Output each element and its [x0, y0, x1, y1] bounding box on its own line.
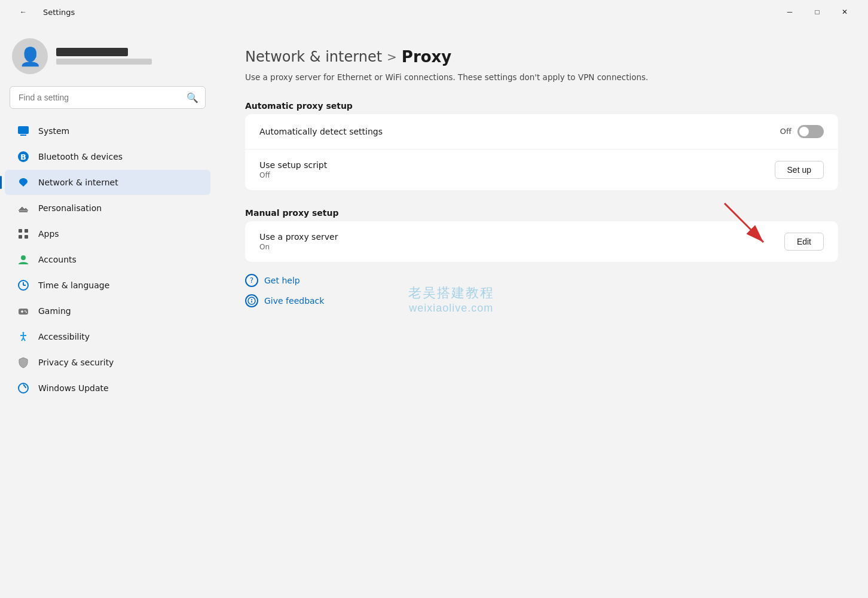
sidebar-item-label-system: System — [38, 126, 69, 136]
automatic-proxy-card: Automatically detect settings Off Use se… — [245, 114, 838, 190]
get-help-link[interactable]: ? Get help — [245, 274, 838, 287]
sidebar-item-bluetooth[interactable]: B Bluetooth & devices — [5, 144, 210, 169]
update-icon — [17, 382, 30, 395]
svg-point-18 — [23, 332, 25, 334]
svg-point-25 — [251, 299, 252, 300]
breadcrumb-parent[interactable]: Network & internet — [245, 48, 382, 65]
search-box: 🔍 — [10, 86, 206, 109]
give-feedback-label: Give feedback — [264, 296, 324, 306]
user-info — [56, 48, 152, 65]
sidebar-item-label-bluetooth: Bluetooth & devices — [38, 152, 123, 161]
sidebar-item-time[interactable]: Time & language — [5, 273, 210, 298]
svg-point-9 — [21, 255, 26, 260]
apps-icon — [17, 227, 30, 240]
minimize-button[interactable]: ─ — [776, 2, 803, 22]
sidebar-item-label-accessibility: Accessibility — [38, 332, 90, 341]
sidebar-item-gaming[interactable]: Gaming — [5, 298, 210, 324]
get-help-icon: ? — [245, 274, 258, 287]
app-title: Settings — [43, 8, 75, 17]
sidebar-item-label-apps: Apps — [38, 229, 59, 239]
svg-rect-6 — [25, 229, 28, 233]
titlebar: ← Settings ─ □ ✕ — [0, 0, 868, 24]
manual-proxy-title: Manual proxy setup — [245, 208, 838, 218]
svg-rect-0 — [18, 126, 29, 134]
use-proxy-row: Use a proxy server On Edit — [245, 221, 838, 262]
user-profile[interactable]: 👤 — [0, 33, 215, 86]
privacy-icon — [17, 356, 30, 369]
setup-button[interactable]: Set up — [775, 161, 824, 179]
setup-script-name: Use setup script — [259, 160, 775, 170]
sidebar-item-accounts[interactable]: Accounts — [5, 247, 210, 272]
search-icon: 🔍 — [187, 92, 198, 103]
sidebar-item-label-personalisation: Personalisation — [38, 203, 102, 213]
get-help-label: Get help — [264, 276, 300, 285]
toggle-thumb — [799, 127, 809, 136]
breadcrumb-separator: > — [387, 50, 397, 64]
use-proxy-value: On — [259, 243, 784, 251]
network-icon — [17, 176, 30, 189]
edit-button[interactable]: Edit — [784, 233, 824, 251]
setup-script-value: Off — [259, 171, 775, 179]
sidebar: 👤 🔍 System B Bluetoo — [0, 24, 215, 598]
give-feedback-icon — [245, 294, 258, 307]
auto-detect-row: Automatically detect settings Off — [245, 114, 838, 150]
sidebar-item-accessibility[interactable]: Accessibility — [5, 324, 210, 349]
gaming-icon — [17, 304, 30, 318]
svg-rect-7 — [19, 235, 22, 239]
use-proxy-name: Use a proxy server — [259, 232, 784, 242]
svg-rect-8 — [25, 235, 28, 239]
svg-rect-1 — [20, 135, 26, 136]
manual-proxy-card: Use a proxy server On Edit — [245, 221, 838, 262]
system-icon — [17, 124, 30, 138]
sidebar-item-update[interactable]: Windows Update — [5, 376, 210, 401]
auto-detect-info: Automatically detect settings — [259, 127, 780, 136]
manual-proxy-section: Manual proxy setup Use a proxy server On… — [245, 208, 838, 262]
page-description: Use a proxy server for Ethernet or WiFi … — [245, 72, 838, 83]
auto-detect-name: Automatically detect settings — [259, 127, 780, 136]
automatic-proxy-section: Automatic proxy setup Automatically dete… — [245, 101, 838, 190]
svg-text:B: B — [20, 152, 26, 161]
bluetooth-icon: B — [17, 150, 30, 163]
use-proxy-info: Use a proxy server On — [259, 232, 784, 251]
app-container: 👤 🔍 System B Bluetoo — [0, 24, 868, 598]
page-title: Proxy — [402, 48, 451, 66]
user-email — [56, 59, 152, 65]
svg-point-17 — [26, 312, 27, 313]
sidebar-item-label-update: Windows Update — [38, 383, 109, 393]
sidebar-item-label-time: Time & language — [38, 280, 109, 290]
sidebar-item-label-gaming: Gaming — [38, 306, 71, 316]
setup-script-info: Use setup script Off — [259, 160, 775, 179]
sidebar-item-privacy[interactable]: Privacy & security — [5, 350, 210, 375]
help-links: ? Get help Give feedback — [245, 274, 838, 307]
close-button[interactable]: ✕ — [831, 2, 858, 22]
setup-script-row: Use setup script Off Set up — [245, 150, 838, 190]
main-content: Network & internet > Proxy Use a proxy s… — [215, 24, 868, 598]
automatic-proxy-title: Automatic proxy setup — [245, 101, 838, 111]
sidebar-item-label-network: Network & internet — [38, 178, 118, 187]
window-controls: ─ □ ✕ — [776, 2, 858, 22]
time-icon — [17, 279, 30, 292]
breadcrumb: Network & internet > Proxy — [245, 48, 838, 66]
avatar: 👤 — [12, 38, 48, 74]
auto-detect-toggle[interactable] — [797, 125, 824, 138]
personalisation-icon — [17, 202, 30, 215]
user-name — [56, 48, 128, 56]
sidebar-item-system[interactable]: System — [5, 118, 210, 144]
search-input[interactable] — [10, 86, 206, 109]
give-feedback-link[interactable]: Give feedback — [245, 294, 838, 307]
avatar-icon: 👤 — [19, 46, 41, 67]
svg-line-22 — [23, 338, 25, 341]
sidebar-item-network[interactable]: Network & internet — [5, 170, 210, 195]
toggle-off-label: Off — [780, 127, 791, 136]
svg-point-16 — [25, 310, 26, 312]
back-button[interactable]: ← — [10, 2, 37, 22]
accounts-icon — [17, 253, 30, 266]
nav-menu: System B Bluetooth & devices Network & i… — [0, 118, 215, 401]
maximize-button[interactable]: □ — [803, 2, 831, 22]
sidebar-item-label-accounts: Accounts — [38, 255, 77, 264]
svg-rect-5 — [19, 229, 22, 233]
sidebar-item-personalisation[interactable]: Personalisation — [5, 196, 210, 221]
sidebar-item-apps[interactable]: Apps — [5, 221, 210, 246]
sidebar-item-label-privacy: Privacy & security — [38, 358, 114, 367]
accessibility-icon — [17, 330, 30, 343]
